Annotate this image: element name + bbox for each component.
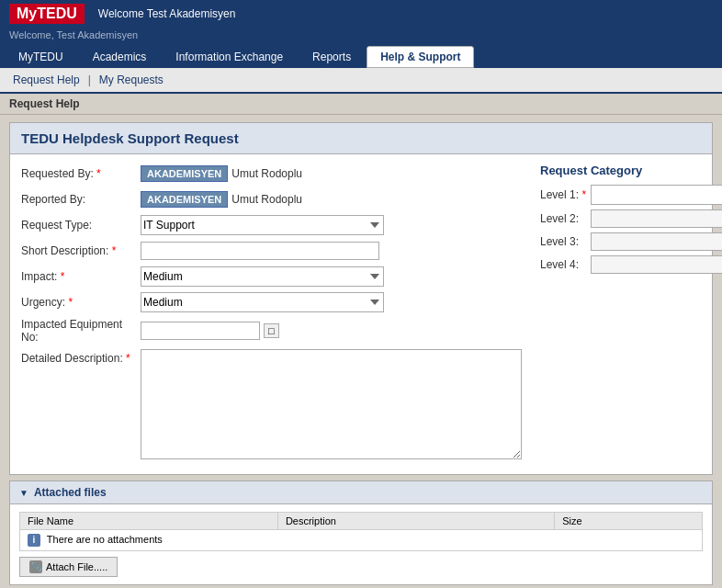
requested-by-name: Umut Rodoplu (231, 167, 302, 180)
subnav-my-requests[interactable]: My Requests (96, 72, 167, 88)
requested-by-badge[interactable]: AKADEMISYEN (141, 165, 228, 182)
form-body: Requested By: * AKADEMISYEN Umut Rodoplu… (10, 154, 712, 474)
impact-select[interactable]: Low Medium High (141, 266, 384, 287)
breadcrumb: Request Help (0, 94, 722, 115)
attached-files-body: File Name Description Size i There are n… (10, 504, 712, 584)
files-table: File Name Description Size i There are n… (19, 512, 703, 551)
impacted-eq-label: Impacted Equipment No: (21, 318, 141, 344)
no-attachments-row: i There are no attachments (20, 530, 703, 551)
cat-level3-input[interactable] (591, 232, 722, 251)
attached-files-header[interactable]: ▼ Attached files (10, 481, 712, 504)
nav-tab-reports[interactable]: Reports (299, 46, 365, 68)
attached-files-panel: ▼ Attached files File Name Description S… (9, 481, 713, 585)
collapse-icon-attachments: ▼ (19, 488, 28, 498)
request-type-value: IT Support HR Support Finance Support (141, 215, 384, 235)
form-panel-header: TEDU Helpdesk Support Request (10, 123, 712, 154)
col-description: Description (277, 513, 554, 530)
impacted-eq-row: Impacted Equipment No: □ (21, 318, 522, 344)
short-desc-value (141, 242, 379, 260)
cat-level3-row: Level 3: (540, 232, 722, 251)
detailed-desc-label: Detailed Description: * (21, 349, 141, 365)
cat-level3-label: Level 3: (540, 235, 591, 248)
impact-label: Impact: * (21, 270, 141, 283)
cat-level2-label: Level 2: (540, 212, 591, 225)
urgency-row: Urgency: * Low Medium High (21, 292, 522, 312)
nav-tab-academics[interactable]: Academics (79, 46, 161, 68)
urgency-label: Urgency: * (21, 296, 141, 309)
no-attachments-text: There are no attachments (47, 534, 163, 545)
reported-by-value: AKADEMISYEN Umut Rodoplu (141, 191, 302, 208)
cat-level2-input[interactable] (591, 209, 722, 228)
requested-by-row: Requested By: * AKADEMISYEN Umut Rodoplu (21, 164, 522, 184)
request-type-row: Request Type: IT Support HR Support Fina… (21, 215, 522, 235)
urgency-select[interactable]: Low Medium High (141, 292, 384, 312)
cat-level4-input[interactable] (591, 255, 722, 274)
col-size: Size (555, 513, 703, 530)
attach-file-button[interactable]: 📎 Attach File..... (19, 557, 118, 577)
detailed-desc-value (141, 349, 522, 459)
nav-bar: MyTEDU Academics Information Exchange Re… (0, 42, 722, 68)
sub-welcome: Welcome, Test Akademisyen (0, 28, 722, 42)
cat-level4-label: Level 4: (540, 258, 591, 271)
impact-row: Impact: * Low Medium High (21, 266, 522, 287)
nav-tab-help-support[interactable]: Help & Support (367, 46, 474, 68)
reported-by-label: Reported By: (21, 193, 141, 206)
cat-level4-row: Level 4: (540, 255, 722, 274)
reported-by-row: Reported By: AKADEMISYEN Umut Rodoplu (21, 189, 522, 209)
subnav-request-help[interactable]: Request Help (9, 72, 84, 88)
nav-tab-mytedu[interactable]: MyTEDU (5, 46, 77, 68)
form-panel: TEDU Helpdesk Support Request Requested … (9, 122, 713, 475)
cat-level2-row: Level 2: (540, 209, 722, 228)
short-desc-row: Short Description: * (21, 241, 522, 261)
impact-value: Low Medium High (141, 266, 384, 287)
col-filename: File Name (20, 513, 278, 530)
welcome-text: Welcome Test Akademisyen (98, 7, 236, 20)
nav-tab-info-exchange[interactable]: Information Exchange (162, 46, 297, 68)
category-title: Request Category (540, 164, 722, 177)
detailed-desc-row: Detailed Description: * (21, 349, 522, 459)
reported-by-badge[interactable]: AKADEMISYEN (141, 191, 228, 208)
equipment-input[interactable] (141, 322, 260, 340)
form-left: Requested By: * AKADEMISYEN Umut Rodoplu… (21, 164, 522, 465)
impacted-eq-value: □ (141, 322, 279, 340)
cat-level1-select[interactable] (591, 185, 722, 205)
cat-level1-row: Level 1: * (540, 185, 722, 205)
short-desc-input[interactable] (141, 242, 379, 260)
detailed-desc-textarea[interactable] (141, 349, 522, 459)
cat-level1-label: Level 1: * (540, 188, 591, 201)
request-type-label: Request Type: (21, 219, 141, 232)
sub-nav: Request Help | My Requests (0, 68, 722, 94)
top-bar: MyTEDU Welcome Test Akademisyen (0, 0, 722, 28)
info-icon: i (28, 534, 40, 547)
reported-by-name: Umut Rodoplu (231, 193, 302, 206)
attach-file-label: Attach File..... (46, 561, 107, 572)
no-attachments-cell: i There are no attachments (20, 530, 703, 551)
form-right: Request Category Level 1: * Level 2: Lev… (540, 164, 722, 465)
equipment-search-btn[interactable]: □ (264, 323, 279, 338)
urgency-value: Low Medium High (141, 292, 384, 312)
main-content: TEDU Helpdesk Support Request Requested … (0, 115, 722, 588)
attached-files-title: Attached files (34, 486, 107, 499)
subnav-divider: | (88, 74, 91, 86)
requested-by-label: Requested By: * (21, 167, 141, 180)
logo: MyTEDU (9, 4, 85, 24)
requested-by-value: AKADEMISYEN Umut Rodoplu (141, 165, 302, 182)
attach-file-icon: 📎 (29, 560, 42, 573)
request-type-select[interactable]: IT Support HR Support Finance Support (141, 215, 384, 235)
short-desc-label: Short Description: * (21, 244, 141, 257)
